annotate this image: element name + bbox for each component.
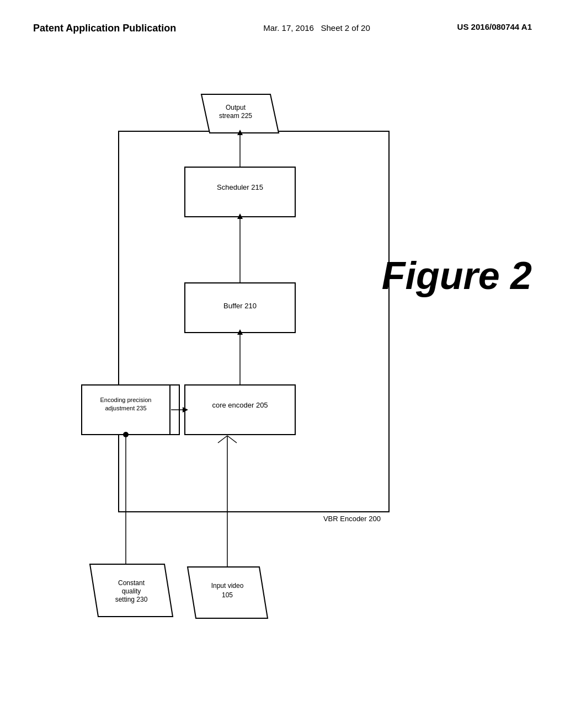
cq-label1: Constant (118, 579, 145, 587)
iv-label1: Input video (211, 582, 244, 590)
arrow-iv-fork1 (218, 436, 227, 443)
output-stream-label-line2: stream 225 (219, 112, 252, 120)
enc-prec-label1: Encoding precision (100, 397, 152, 403)
vbr-encoder-box (119, 131, 389, 512)
iv-label2: 105 (222, 591, 233, 599)
output-stream-shape (201, 94, 279, 133)
junction-dot (123, 432, 129, 437)
header-publication-title: Patent Application Publication (33, 22, 176, 35)
enc-prec-label2: adjustment 235 (105, 405, 146, 411)
encoding-precision-rect (82, 385, 170, 435)
buffer-label: Buffer 210 (223, 302, 257, 310)
arrow-iv-fork2 (227, 436, 237, 443)
output-stream-label-line1: Output (226, 104, 246, 111)
page: Patent Application Publication Mar. 17, … (0, 0, 565, 728)
header-patent-number: US 2016/080744 A1 (457, 22, 532, 31)
vbr-encoder-label: VBR Encoder 200 (323, 515, 381, 523)
buffer-box (185, 283, 295, 333)
scheduler-box (185, 167, 295, 217)
arrowhead-up-1 (237, 130, 243, 135)
header-date-sheet: Mar. 17, 2016 Sheet 2 of 20 (263, 22, 370, 35)
arrowhead-right-1 (183, 407, 188, 413)
core-encoder-label-line1: core encoder 205 (212, 401, 268, 409)
arrowhead-up-2 (237, 213, 243, 219)
header: Patent Application Publication Mar. 17, … (0, 0, 565, 46)
scheduler-label-line1: Scheduler 215 (217, 183, 263, 191)
constant-quality-shape (90, 564, 173, 617)
encoding-precision-box (130, 385, 179, 435)
cq-label3: setting 230 (115, 596, 148, 603)
input-video-shape (188, 567, 268, 618)
core-encoder-box (185, 385, 295, 435)
diagram-area: Figure 2 VBR Encoder 200 Output stream 2… (0, 46, 565, 680)
cq-label2: quality (122, 587, 141, 595)
arrowhead-up-3 (237, 329, 243, 335)
figure-label: Figure 2 (382, 255, 532, 295)
diagram-svg: VBR Encoder 200 Output stream 225 Schedu… (0, 46, 565, 680)
